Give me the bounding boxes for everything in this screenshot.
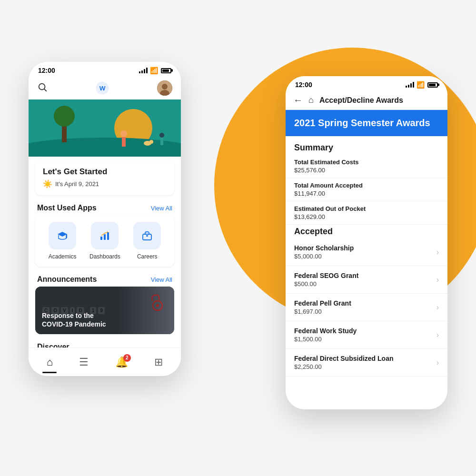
chevron-right-icon-2: › bbox=[436, 303, 439, 312]
award-amount-4: $2,250.00 bbox=[294, 363, 394, 370]
signal-icon-right bbox=[406, 82, 414, 88]
summary-value-0: $25,576.00 bbox=[294, 167, 439, 174]
workday-logo: W bbox=[95, 81, 109, 95]
nav-apps[interactable]: ⊞ bbox=[149, 354, 169, 370]
wifi-icon-right: 📶 bbox=[416, 81, 425, 89]
apps-card: Academics Dashboards bbox=[35, 215, 174, 267]
award-info-2: Federal Pell Grant $1,697.00 bbox=[294, 299, 351, 315]
back-button[interactable]: ← bbox=[293, 95, 303, 106]
svg-point-17 bbox=[149, 140, 153, 144]
award-row-0[interactable]: Honor Scholarship $5,000.00 › bbox=[286, 238, 447, 266]
academics-label: Academics bbox=[49, 253, 77, 260]
get-started-date: ☀️ It's April 9, 2021 bbox=[43, 179, 167, 188]
svg-point-14 bbox=[159, 133, 164, 138]
award-info-0: Honor Scholarship $5,000.00 bbox=[294, 244, 354, 260]
dashboards-icon-circle bbox=[91, 222, 119, 249]
battery-icon bbox=[161, 68, 171, 73]
chevron-right-icon-4: › bbox=[436, 358, 439, 367]
app-item-careers[interactable]: Careers bbox=[133, 222, 161, 260]
award-amount-1: $500.00 bbox=[294, 280, 358, 288]
careers-icon bbox=[139, 228, 155, 243]
award-info-4: Federal Direct Subsidized Loan $2,250.00 bbox=[294, 355, 394, 370]
home-button-right[interactable]: ⌂ bbox=[308, 95, 314, 105]
svg-rect-21 bbox=[100, 237, 102, 240]
app-item-academics[interactable]: Academics bbox=[49, 222, 77, 260]
summary-value-2: $13,629.00 bbox=[294, 213, 439, 220]
most-used-apps-view-all[interactable]: View All bbox=[151, 205, 172, 212]
page-title-right: Accept/Decline Awards bbox=[319, 96, 403, 105]
svg-rect-19 bbox=[66, 234, 67, 238]
status-bar-right: 12:00 📶 bbox=[286, 76, 447, 91]
apps-row: Academics Dashboards bbox=[42, 222, 168, 260]
award-name-2: Federal Pell Grant bbox=[294, 299, 351, 307]
announcement-bg: C O V I D 1 9 Response to theCOVID-19 Pa… bbox=[35, 287, 174, 334]
awards-title: 2021 Spring Semester Awards bbox=[294, 118, 439, 129]
search-button[interactable] bbox=[37, 82, 48, 94]
svg-rect-15 bbox=[160, 138, 163, 145]
bottom-nav: ⌂ ☰ 🔔 2 ⊞ bbox=[29, 347, 181, 376]
nav-home[interactable]: ⌂ bbox=[41, 354, 59, 370]
time-left: 12:00 bbox=[38, 67, 55, 74]
svg-rect-26 bbox=[146, 235, 148, 237]
phone-right: 12:00 📶 ← ⌂ Accept/Decline Awards 2021 S… bbox=[286, 76, 447, 409]
status-icons-left: 📶 bbox=[139, 67, 171, 74]
award-amount-0: $5,000.00 bbox=[294, 253, 354, 260]
careers-label: Careers bbox=[137, 253, 158, 260]
avatar-image bbox=[157, 80, 172, 96]
award-row-2[interactable]: Federal Pell Grant $1,697.00 › bbox=[286, 294, 447, 321]
award-info-3: Federal Work Study $1,500.00 bbox=[294, 327, 357, 343]
award-name-0: Honor Scholarship bbox=[294, 244, 354, 252]
awards-header: 2021 Spring Semester Awards bbox=[286, 110, 447, 136]
summary-row-2: Estimated Out of Pocket $13,629.00 bbox=[286, 201, 447, 225]
svg-text:W: W bbox=[99, 85, 106, 92]
announcement-overlay: Response to theCOVID-19 Pandemic bbox=[35, 287, 174, 334]
svg-line-1 bbox=[44, 89, 46, 91]
announcements-view-all[interactable]: View All bbox=[151, 276, 172, 283]
hero-illustration bbox=[29, 99, 181, 157]
nav-notifications[interactable]: 🔔 2 bbox=[109, 354, 134, 370]
academics-icon bbox=[55, 228, 70, 243]
summary-label-1: Total Amount Accepted bbox=[294, 182, 439, 189]
award-row-3[interactable]: Federal Work Study $1,500.00 › bbox=[286, 321, 447, 349]
get-started-card: Let's Get Started ☀️ It's April 9, 2021 bbox=[35, 160, 174, 195]
nav-menu[interactable]: ☰ bbox=[73, 354, 94, 370]
summary-label-0: Total Estimated Costs bbox=[294, 159, 439, 166]
date-text: It's April 9, 2021 bbox=[55, 180, 99, 188]
awards-content: Summary Total Estimated Costs $25,576.00… bbox=[286, 136, 447, 377]
academics-icon-circle bbox=[49, 222, 76, 249]
dashboards-label: Dashboards bbox=[89, 253, 120, 260]
award-amount-3: $1,500.00 bbox=[294, 336, 357, 343]
time-right: 12:00 bbox=[295, 81, 312, 89]
summary-section-title: Summary bbox=[286, 136, 447, 155]
announcements-title: Announcements bbox=[37, 275, 97, 284]
hero-banner bbox=[29, 99, 181, 157]
chevron-right-icon-3: › bbox=[436, 331, 439, 339]
home-icon: ⌂ bbox=[47, 356, 53, 368]
award-name-1: Federal SEOG Grant bbox=[294, 272, 358, 279]
app-item-dashboards[interactable]: Dashboards bbox=[89, 222, 120, 260]
svg-point-11 bbox=[54, 106, 75, 127]
avatar[interactable] bbox=[157, 80, 172, 96]
announcement-text: Response to theCOVID-19 Pandemic bbox=[42, 311, 106, 328]
award-name-3: Federal Work Study bbox=[294, 327, 357, 335]
app-header-left: W bbox=[29, 77, 181, 99]
wifi-icon: 📶 bbox=[150, 67, 158, 74]
get-started-title: Let's Get Started bbox=[43, 167, 167, 177]
summary-row-1: Total Amount Accepted $11,947.00 bbox=[286, 178, 447, 201]
svg-point-5 bbox=[162, 84, 168, 89]
summary-value-1: $11,947.00 bbox=[294, 190, 439, 197]
award-row-4[interactable]: Federal Direct Subsidized Loan $2,250.00… bbox=[286, 349, 447, 377]
award-name-4: Federal Direct Subsidized Loan bbox=[294, 355, 394, 362]
nav-bar-right: ← ⌂ Accept/Decline Awards bbox=[286, 91, 447, 110]
summary-label-2: Estimated Out of Pocket bbox=[294, 205, 439, 212]
announcement-card[interactable]: C O V I D 1 9 Response to theCOVID-19 Pa… bbox=[35, 287, 174, 334]
award-row-1[interactable]: Federal SEOG Grant $500.00 › bbox=[286, 266, 447, 294]
grid-icon: ⊞ bbox=[154, 356, 163, 368]
status-icons-right: 📶 bbox=[406, 81, 438, 89]
svg-rect-23 bbox=[107, 232, 109, 240]
accepted-section-title: Accepted bbox=[286, 225, 447, 238]
phone-left: 12:00 📶 W bbox=[29, 62, 181, 376]
status-bar-left: 12:00 📶 bbox=[29, 62, 181, 77]
svg-rect-22 bbox=[104, 234, 106, 240]
search-icon bbox=[37, 82, 48, 92]
